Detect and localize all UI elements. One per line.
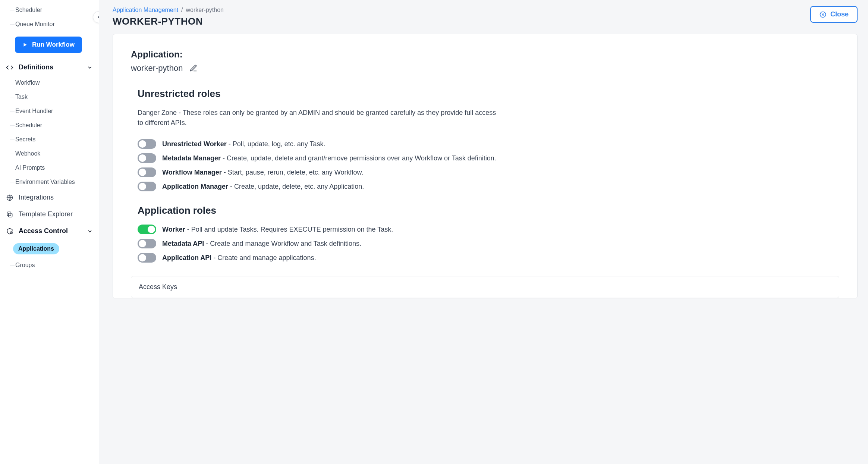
role-workflow-manager: Workflow Manager - Start, pause, rerun, … [138,167,839,177]
breadcrumb: Application Management / worker-python [113,7,224,13]
toggle-application-api[interactable] [138,253,156,263]
sidebar-item-queue-monitor[interactable]: Queue Monitor [10,17,99,31]
sidebar-item-workflow[interactable]: Workflow [10,76,99,90]
toggle-workflow-manager[interactable] [138,167,156,177]
application-roles-heading: Application roles [138,205,839,216]
page-title: WORKER-PYTHON [113,16,224,27]
sidebar: Scheduler Queue Monitor Run Workflow Def… [0,0,99,464]
chevron-down-icon [87,65,93,70]
copy-icon [6,211,13,218]
role-application-api: Application API - Create and manage appl… [138,253,839,263]
close-button[interactable]: Close [810,6,858,23]
shield-icon [6,228,13,235]
role-metadata-api: Metadata API - Create and manage Workflo… [138,239,839,248]
sidebar-item-webhook[interactable]: Webhook [10,147,99,161]
breadcrumb-parent-link[interactable]: Application Management [113,7,178,13]
breadcrumb-current: worker-python [186,7,224,13]
application-panel: Application: worker-python Unrestricted … [113,34,858,298]
svg-rect-3 [7,212,11,216]
sidebar-item-integrations[interactable]: Integrations [0,189,99,206]
svg-rect-2 [9,213,12,217]
role-metadata-manager: Metadata Manager - Create, update, delet… [138,153,839,163]
access-keys-card[interactable]: Access Keys [131,276,839,298]
sidebar-item-scheduler-exec[interactable]: Scheduler [10,3,99,17]
sidebar-item-scheduler-def[interactable]: Scheduler [10,118,99,132]
sidebar-item-env-vars[interactable]: Environment Variables [10,175,99,189]
play-icon [22,42,28,47]
svg-marker-0 [24,43,27,46]
role-worker: Worker - Poll and update Tasks. Requires… [138,225,839,234]
globe-icon [6,194,13,201]
chevron-down-icon [87,228,93,234]
unrestricted-roles-heading: Unrestricted roles [138,88,839,100]
role-application-manager: Application Manager - Create, update, de… [138,182,839,191]
code-icon [6,64,13,71]
sidebar-item-template-explorer[interactable]: Template Explorer [0,206,99,223]
role-unrestricted-worker: Unrestricted Worker - Poll, update, log,… [138,139,839,149]
unrestricted-roles-section: Unrestricted roles Danger Zone - These r… [131,88,839,191]
toggle-application-manager[interactable] [138,182,156,191]
sidebar-section-definitions[interactable]: Definitions [0,59,99,76]
sidebar-item-task[interactable]: Task [10,90,99,104]
sidebar-section-access-control[interactable]: Access Control [0,223,99,239]
danger-zone-text: Danger Zone - These roles can only be gr… [138,108,503,128]
sidebar-item-secrets[interactable]: Secrets [10,132,99,147]
sidebar-item-applications[interactable]: Applications [10,239,99,258]
application-label: Application: [131,49,839,60]
run-workflow-button[interactable]: Run Workflow [15,37,82,53]
application-name: worker-python [131,63,183,73]
application-roles-section: Application roles Worker - Poll and upda… [131,205,839,263]
chevron-left-icon [96,15,99,20]
toggle-metadata-api[interactable] [138,239,156,248]
toggle-worker[interactable] [138,225,156,234]
toggle-unrestricted-worker[interactable] [138,139,156,149]
main-content: Application Management / worker-python W… [99,0,868,464]
sidebar-item-event-handler[interactable]: Event Handler [10,104,99,118]
sidebar-item-groups[interactable]: Groups [10,258,99,272]
edit-icon[interactable] [189,64,198,72]
sidebar-item-ai-prompts[interactable]: AI Prompts [10,161,99,175]
close-circle-icon [819,11,827,18]
toggle-metadata-manager[interactable] [138,153,156,163]
